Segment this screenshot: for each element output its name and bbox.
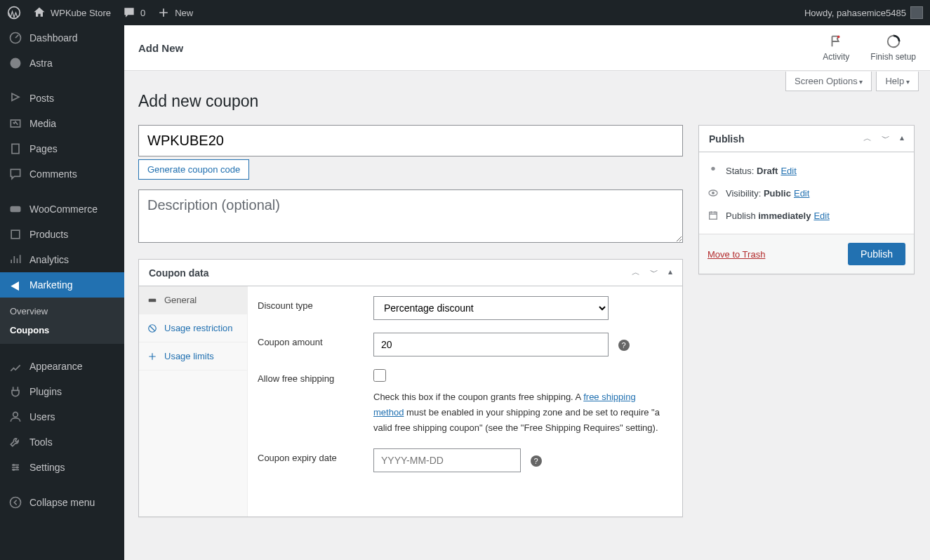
new-label: New	[175, 8, 193, 18]
toggle-panel-icon[interactable]: ▴	[900, 133, 904, 145]
menu-users[interactable]: Users	[0, 404, 124, 429]
menu-label: Tools	[29, 436, 53, 448]
submenu-overview[interactable]: Overview	[0, 302, 124, 321]
menu-astra[interactable]: Astra	[0, 51, 124, 76]
move-up-icon[interactable]: ︿	[863, 133, 872, 145]
menu-collapse[interactable]: Collapse menu	[0, 490, 124, 515]
free-shipping-label: Allow free shipping	[258, 369, 373, 384]
edit-schedule-link[interactable]: Edit	[813, 211, 829, 221]
toggle-panel-icon[interactable]: ▴	[668, 267, 672, 279]
wp-logo[interactable]	[7, 6, 21, 20]
menu-label: Collapse menu	[29, 497, 95, 508]
menu-label: Pages	[29, 143, 58, 154]
tab-usage-restriction[interactable]: Usage restriction	[139, 314, 247, 342]
menu-marketing[interactable]: Marketing	[0, 272, 124, 298]
free-shipping-checkbox[interactable]	[373, 369, 386, 382]
avatar	[910, 6, 923, 19]
menu-label: Appearance	[29, 361, 83, 372]
help-tip-icon[interactable]: ?	[618, 340, 630, 351]
activity-label: Activity	[823, 52, 849, 62]
svg-rect-19	[710, 212, 717, 219]
submenu-coupons[interactable]: Coupons	[0, 321, 124, 340]
svg-rect-14	[149, 298, 157, 302]
help-button[interactable]: Help	[876, 72, 919, 91]
schedule-value: immediately	[758, 211, 811, 221]
menu-woocommerce[interactable]: WooCommerce	[0, 196, 124, 222]
tab-label: Usage limits	[164, 351, 214, 361]
activity-button[interactable]: Activity	[823, 34, 849, 62]
help-tip-icon[interactable]: ?	[531, 455, 542, 467]
menu-tools[interactable]: Tools	[0, 429, 124, 455]
svg-point-16	[711, 167, 715, 171]
desc-text: Check this box if the coupon grants free…	[373, 392, 583, 402]
menu-pages[interactable]: Pages	[0, 136, 124, 161]
tab-usage-limits[interactable]: Usage limits	[139, 342, 247, 371]
finish-setup-button[interactable]: Finish setup	[870, 34, 916, 62]
howdy-link[interactable]: Howdy, pahasemice5485	[804, 6, 923, 19]
svg-point-2	[11, 58, 21, 69]
content-area: Add New Activity Finish setup Screen Opt…	[124, 25, 930, 560]
howdy-text: Howdy, pahasemice5485	[804, 8, 906, 18]
ban-icon	[147, 324, 157, 333]
generate-code-button[interactable]: Generate coupon code	[138, 159, 249, 180]
move-to-trash-link[interactable]: Move to Trash	[708, 249, 765, 260]
new-link[interactable]: New	[157, 6, 193, 20]
menu-products[interactable]: Products	[0, 222, 124, 247]
coupon-data-title: Coupon data	[149, 267, 209, 279]
status-value: Draft	[757, 166, 778, 176]
move-down-icon[interactable]: ﹀	[882, 133, 890, 145]
menu-label: WooCommerce	[29, 204, 98, 215]
svg-point-7	[13, 412, 18, 417]
menu-plugins[interactable]: Plugins	[0, 379, 124, 404]
menu-label: Dashboard	[29, 32, 78, 44]
desc-text: must be enabled in your shipping zone an…	[373, 407, 660, 433]
edit-status-link[interactable]: Edit	[780, 166, 796, 176]
visibility-label: Visibility:	[726, 188, 764, 199]
menu-posts[interactable]: Posts	[0, 86, 124, 111]
visibility-value: Public	[764, 188, 791, 199]
coupon-amount-label: Coupon amount	[258, 333, 373, 347]
coupon-amount-input[interactable]	[373, 333, 609, 356]
menu-settings[interactable]: Settings	[0, 455, 124, 480]
finish-label: Finish setup	[870, 52, 916, 62]
schedule-label: Publish	[726, 211, 758, 221]
description-textarea[interactable]	[138, 189, 683, 243]
menu-label: Plugins	[29, 386, 62, 397]
discount-type-select[interactable]: Percentage discount	[373, 296, 609, 320]
menu-dashboard[interactable]: Dashboard	[0, 25, 124, 51]
menu-analytics[interactable]: Analytics	[0, 247, 124, 272]
svg-point-10	[13, 469, 15, 471]
site-name-link[interactable]: WPKube Store	[32, 6, 111, 20]
tab-label: General	[164, 295, 197, 305]
coupon-code-input[interactable]	[138, 125, 683, 156]
eye-icon	[708, 187, 719, 199]
pin-icon	[708, 165, 719, 176]
menu-label: Settings	[29, 462, 65, 473]
svg-point-12	[837, 36, 840, 39]
svg-rect-6	[11, 230, 20, 239]
expiry-date-input[interactable]	[373, 448, 521, 472]
edit-visibility-link[interactable]: Edit	[794, 188, 809, 199]
menu-comments[interactable]: Comments	[0, 161, 124, 187]
move-up-icon[interactable]: ︿	[632, 267, 640, 279]
free-shipping-description: Check this box if the coupon grants free…	[373, 389, 668, 436]
svg-point-9	[16, 466, 18, 468]
move-down-icon[interactable]: ﹀	[650, 267, 658, 279]
expand-icon	[147, 352, 157, 361]
menu-media[interactable]: Media	[0, 111, 124, 136]
svg-rect-4	[12, 144, 19, 153]
svg-rect-5	[11, 206, 21, 212]
expiry-date-label: Coupon expiry date	[258, 448, 373, 463]
publish-box: Publish ︿ ﹀ ▴ Status: DraftEdit	[698, 125, 915, 274]
site-name: WPKube Store	[51, 8, 111, 18]
page-heading: Add new coupon	[138, 92, 916, 111]
comments-count: 0	[140, 8, 145, 18]
menu-label: Products	[29, 229, 68, 240]
publish-button[interactable]: Publish	[848, 243, 905, 265]
tab-general[interactable]: General	[139, 286, 247, 314]
page-header: Add New Activity Finish setup	[124, 25, 930, 71]
menu-appearance[interactable]: Appearance	[0, 354, 124, 379]
svg-point-8	[13, 464, 15, 466]
screen-options-button[interactable]: Screen Options	[785, 72, 872, 91]
comments-link[interactable]: 0	[122, 6, 145, 20]
